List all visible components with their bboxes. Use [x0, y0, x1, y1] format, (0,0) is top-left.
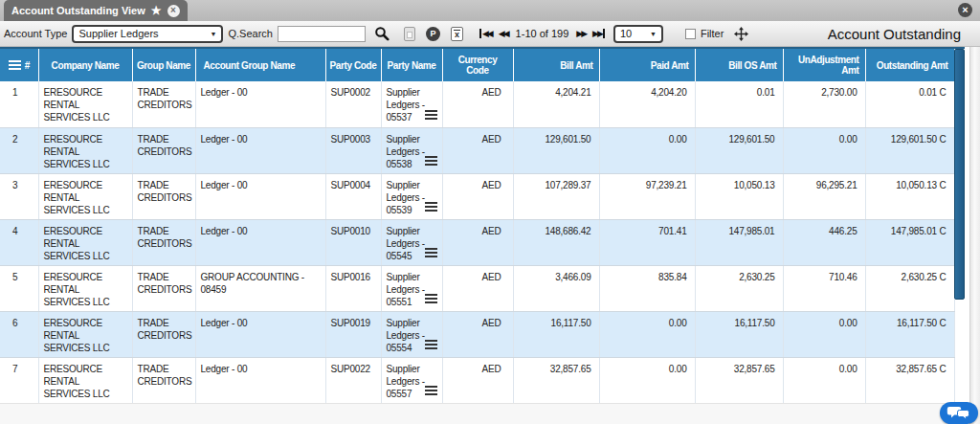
favorite-star-icon[interactable]: ★	[151, 5, 162, 16]
cell-party-code: SUP0022	[325, 357, 381, 403]
cell-bill-os-amt: 0.01	[695, 81, 783, 127]
cell-party-name: Supplier Ledgers - 05538	[381, 127, 442, 173]
search-icon[interactable]	[374, 26, 390, 41]
cell-unadjustment-amt: 0.00	[783, 311, 865, 357]
cell-outstanding-amt: 10,050.13 C	[865, 173, 954, 219]
cell-company-name: ERESOURCE RENTAL SERVICES LLC	[38, 265, 132, 311]
party-detail-list-icon[interactable]	[425, 156, 437, 166]
tab-account-outstanding-view[interactable]: Account Outstanding View ★ ×	[4, 0, 188, 21]
cell-group-name: TRADE CREDITORS	[132, 265, 195, 311]
chat-bubbles-icon	[947, 406, 971, 421]
cell-party-name: Supplier Ledgers - 05557	[381, 357, 442, 403]
header-bill-amt[interactable]: Bill Amt	[513, 49, 599, 81]
table-row[interactable]: 7 ERESOURCE RENTAL SERVICES LLC TRADE CR…	[0, 357, 954, 403]
window-close-icon[interactable]: ×	[958, 3, 972, 17]
cell-party-name: Supplier Ledgers - 05554	[381, 311, 442, 357]
cell-account-group-name: Ledger - 00	[195, 81, 325, 127]
party-detail-list-icon[interactable]	[425, 110, 437, 120]
cell-currency-code: AED	[442, 173, 513, 219]
page-size-value: 10	[620, 28, 632, 39]
cell-outstanding-amt: 16,117.50 C	[865, 311, 954, 357]
cell-outstanding-amt: 0.01 C	[865, 81, 954, 127]
table-row[interactable]: 2 ERESOURCE RENTAL SERVICES LLC TRADE CR…	[0, 127, 954, 173]
cell-group-name: TRADE CREDITORS	[132, 311, 195, 357]
cell-party-name: Supplier Ledgers - 05545	[381, 219, 442, 265]
cell-currency-code: AED	[442, 311, 513, 357]
party-detail-list-icon[interactable]	[425, 248, 437, 257]
cell-row-number: 3	[0, 173, 38, 219]
table-row[interactable]: 5 ERESOURCE RENTAL SERVICES LLC TRADE CR…	[0, 265, 954, 311]
cell-currency-code: AED	[442, 357, 513, 403]
table-row[interactable]: 3 ERESOURCE RENTAL SERVICES LLC TRADE CR…	[0, 173, 954, 219]
cell-unadjustment-amt: 0.00	[783, 127, 865, 173]
cell-party-name: Supplier Ledgers - 05539	[381, 173, 442, 219]
page-scrollbar[interactable]	[969, 47, 980, 424]
table-row[interactable]: 6 ERESOURCE RENTAL SERVICES LLC TRADE CR…	[0, 311, 954, 357]
excel-export-icon[interactable]: x	[451, 27, 463, 41]
table-row[interactable]: 4 ERESOURCE RENTAL SERVICES LLC TRADE CR…	[0, 219, 954, 265]
cell-bill-os-amt: 129,601.50	[695, 127, 783, 173]
header-bill-os-amt[interactable]: Bill OS Amt	[695, 49, 783, 81]
header-party-name[interactable]: Party Name	[381, 49, 442, 81]
cell-paid-amt: 0.00	[599, 311, 695, 357]
cell-paid-amt: 835.84	[599, 265, 695, 311]
chat-button[interactable]	[940, 402, 978, 424]
grid-footer-strip	[0, 403, 968, 424]
header-account-group-name[interactable]: Account Group Name	[195, 49, 325, 81]
account-type-selected-value: Supplier Ledgers	[78, 28, 158, 39]
header-paid-amt[interactable]: Paid Amt	[599, 49, 695, 81]
pager-first-icon[interactable]: ◀◀	[479, 29, 493, 38]
tab-close-icon[interactable]: ×	[167, 5, 180, 17]
cell-row-number: 4	[0, 219, 38, 265]
pager-next-icon[interactable]: ▶▶	[575, 29, 587, 38]
party-detail-list-icon[interactable]	[425, 294, 437, 303]
pager-prev-icon[interactable]: ◀◀	[498, 29, 509, 38]
account-type-label: Account Type	[4, 28, 67, 39]
cell-bill-amt: 3,466.09	[513, 265, 599, 311]
row-selector-icon[interactable]	[9, 60, 21, 70]
move-layout-icon[interactable]	[734, 27, 748, 41]
header-company-name[interactable]: Company Name	[38, 49, 132, 81]
cell-paid-amt: 0.00	[599, 127, 695, 173]
cell-party-name: Supplier Ledgers - 05537	[381, 81, 442, 127]
cell-account-group-name: GROUP ACCOUNTING - 08459	[195, 265, 325, 311]
cell-row-number: 7	[0, 357, 38, 403]
cell-party-code: SUP0003	[325, 127, 381, 173]
cell-account-group-name: Ledger - 00	[195, 311, 325, 357]
search-input[interactable]	[278, 26, 366, 42]
party-detail-list-icon[interactable]	[425, 340, 437, 349]
party-detail-list-icon[interactable]	[425, 202, 437, 212]
cell-company-name: ERESOURCE RENTAL SERVICES LLC	[38, 357, 132, 403]
report-icon[interactable]	[404, 27, 415, 41]
cell-company-name: ERESOURCE RENTAL SERVICES LLC	[38, 219, 132, 265]
header-party-code[interactable]: Party Code	[325, 49, 381, 81]
cell-account-group-name: Ledger - 00	[195, 219, 325, 265]
account-type-select[interactable]: Supplier Ledgers ▼	[72, 25, 223, 43]
cell-party-code: SUP0010	[325, 219, 381, 265]
cell-bill-os-amt: 32,857.65	[695, 357, 783, 403]
cell-bill-amt: 129,601.50	[513, 127, 599, 173]
table-row[interactable]: 1 ERESOURCE RENTAL SERVICES LLC TRADE CR…	[0, 81, 954, 127]
page-size-select[interactable]: 10 ▼	[613, 25, 663, 43]
party-detail-list-icon[interactable]	[425, 386, 437, 395]
cell-paid-amt: 701.41	[599, 219, 695, 265]
header-outstanding-amt[interactable]: Outstanding Amt	[865, 49, 954, 81]
header-group-name[interactable]: Group Name	[132, 49, 195, 81]
cell-unadjustment-amt: 710.46	[783, 265, 865, 311]
grid-scrollbar-thumb[interactable]	[954, 49, 965, 300]
header-unadjustment-amt[interactable]: UnAdjustment Amt	[783, 49, 865, 81]
filter-checkbox[interactable]	[685, 29, 696, 39]
cell-party-code: SUP0002	[325, 81, 381, 127]
pdf-export-icon[interactable]: P	[426, 27, 440, 41]
pager-last-icon[interactable]: ▶▶	[591, 29, 605, 38]
header-row-number[interactable]: #	[0, 49, 38, 81]
cell-paid-amt: 97,239.21	[599, 173, 695, 219]
header-currency-code[interactable]: Currency Code	[442, 49, 513, 81]
tab-title: Account Outstanding View	[11, 5, 145, 16]
filter-label: Filter	[701, 28, 724, 39]
cell-paid-amt: 4,204.20	[599, 81, 695, 127]
cell-paid-amt: 0.00	[599, 357, 695, 403]
cell-account-group-name: Ledger - 00	[195, 127, 325, 173]
chevron-down-icon: ▼	[211, 31, 217, 37]
chevron-down-icon: ▼	[650, 31, 657, 37]
